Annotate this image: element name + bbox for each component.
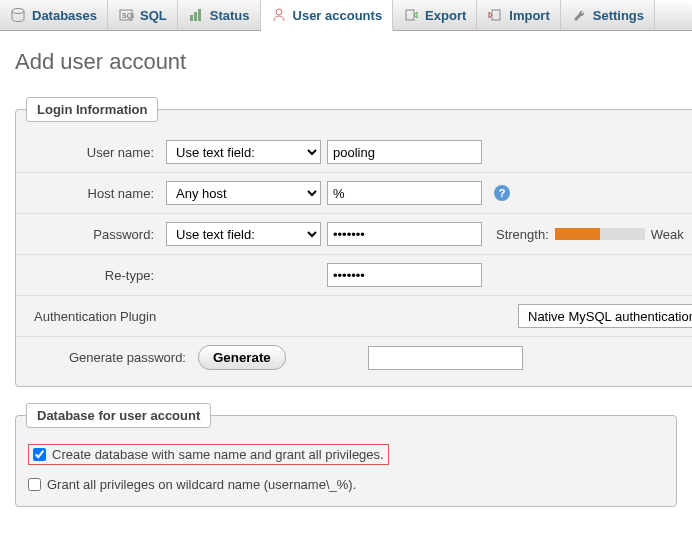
export-icon	[403, 7, 419, 23]
create-db-label: Create database with same name and grant…	[52, 447, 384, 462]
svg-rect-5	[198, 9, 201, 21]
retype-label: Re-type:	[28, 268, 166, 283]
page-content: Add user account Login Information User …	[0, 31, 692, 533]
strength-text: Weak	[651, 227, 684, 242]
tab-label: Import	[509, 8, 549, 23]
tab-sql[interactable]: SQL SQL	[108, 0, 178, 30]
row-hostname: Host name: Any host ?	[16, 173, 692, 214]
generated-password-input[interactable]	[368, 346, 523, 370]
strength-bar	[555, 228, 645, 240]
wrench-icon	[571, 7, 587, 23]
svg-rect-7	[406, 10, 414, 20]
generate-button[interactable]: Generate	[198, 345, 286, 370]
row-password: Password: Use text field: Strength: Weak	[16, 214, 692, 255]
password-label: Password:	[28, 227, 166, 242]
row-username: User name: Use text field:	[16, 132, 692, 173]
login-legend: Login Information	[26, 97, 158, 122]
auth-plugin-select[interactable]: Native MySQL authentication	[518, 304, 692, 328]
row-create-db: Create database with same name and grant…	[16, 438, 676, 471]
tab-label: Status	[210, 8, 250, 23]
password-input[interactable]	[327, 222, 482, 246]
password-mode-select[interactable]: Use text field:	[166, 222, 321, 246]
tab-label: User accounts	[293, 8, 383, 23]
tab-label: Databases	[32, 8, 97, 23]
row-wildcard: Grant all privileges on wildcard name (u…	[16, 471, 676, 498]
username-input[interactable]	[327, 140, 482, 164]
tab-export[interactable]: Export	[393, 0, 477, 30]
generate-label: Generate password:	[28, 350, 198, 365]
import-icon	[487, 7, 503, 23]
tab-label: SQL	[140, 8, 167, 23]
username-label: User name:	[28, 145, 166, 160]
svg-point-0	[12, 9, 24, 14]
help-icon[interactable]: ?	[494, 185, 510, 201]
wildcard-checkbox[interactable]	[28, 478, 41, 491]
wildcard-label: Grant all privileges on wildcard name (u…	[47, 477, 356, 492]
highlighted-option: Create database with same name and grant…	[28, 444, 389, 465]
page-title: Add user account	[15, 49, 677, 75]
row-retype: Re-type:	[16, 255, 692, 296]
database-legend: Database for user account	[26, 403, 211, 428]
svg-rect-3	[190, 15, 193, 21]
strength-label: Strength:	[496, 227, 549, 242]
hostname-mode-select[interactable]: Any host	[166, 181, 321, 205]
hostname-label: Host name:	[28, 186, 166, 201]
tab-status[interactable]: Status	[178, 0, 261, 30]
status-icon	[188, 7, 204, 23]
tab-label: Export	[425, 8, 466, 23]
auth-label: Authentication Plugin	[28, 309, 348, 324]
database-icon	[10, 7, 26, 23]
tab-import[interactable]: Import	[477, 0, 560, 30]
svg-rect-4	[194, 12, 197, 21]
top-tabs: Databases SQL SQL Status User accounts E…	[0, 0, 692, 31]
database-fieldset: Database for user account Create databas…	[15, 403, 677, 507]
strength-indicator: Strength: Weak	[496, 227, 684, 242]
users-icon	[271, 7, 287, 23]
row-generate: Generate password: Generate	[16, 337, 692, 378]
hostname-input[interactable]	[327, 181, 482, 205]
tab-settings[interactable]: Settings	[561, 0, 655, 30]
login-info-fieldset: Login Information User name: Use text fi…	[15, 97, 692, 387]
tab-user-accounts[interactable]: User accounts	[261, 0, 394, 31]
svg-text:SQL: SQL	[122, 12, 134, 20]
create-db-checkbox[interactable]	[33, 448, 46, 461]
username-mode-select[interactable]: Use text field:	[166, 140, 321, 164]
svg-point-6	[276, 9, 282, 15]
retype-input[interactable]	[327, 263, 482, 287]
sql-icon: SQL	[118, 7, 134, 23]
row-auth-plugin: Authentication Plugin Native MySQL authe…	[16, 296, 692, 337]
strength-fill	[555, 228, 600, 240]
tab-label: Settings	[593, 8, 644, 23]
tab-databases[interactable]: Databases	[0, 0, 108, 30]
svg-rect-8	[492, 10, 500, 20]
